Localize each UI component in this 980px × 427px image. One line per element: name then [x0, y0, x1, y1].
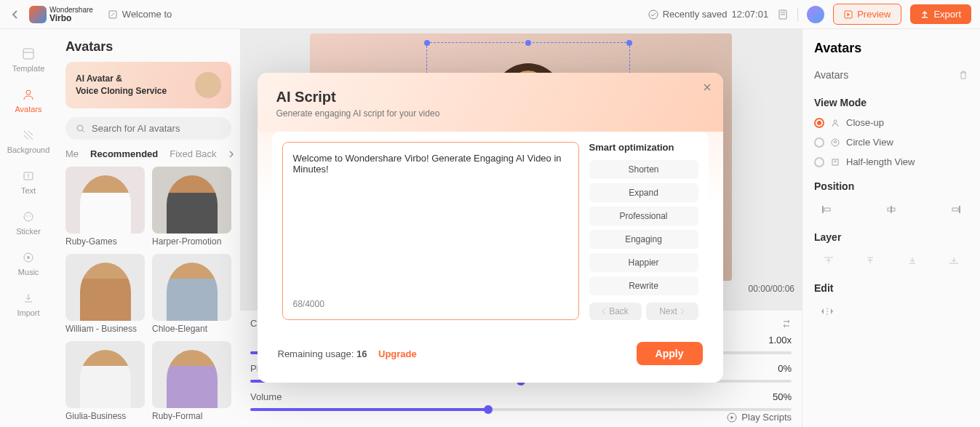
modal-subtitle: Generate engaging AI script for your vid…	[276, 108, 704, 119]
opt-shorten[interactable]: Shorten	[589, 160, 698, 179]
upgrade-link[interactable]: Upgrade	[378, 348, 417, 359]
opt-engaging[interactable]: Engaging	[589, 230, 698, 249]
back-button[interactable]: Back	[589, 303, 642, 320]
next-button[interactable]: Next	[646, 303, 698, 320]
char-count: 68/4000	[293, 299, 568, 309]
chevron-left-icon	[602, 308, 606, 315]
close-icon	[703, 83, 712, 92]
opt-title: Smart optimization	[589, 142, 698, 153]
optimization-panel: Smart optimization Shorten Expand Profes…	[589, 142, 698, 320]
apply-button[interactable]: Apply	[637, 342, 703, 365]
usage-info: Remaining usage: 16 Upgrade	[278, 348, 417, 359]
script-text: Welcome to Wondershare Virbo! Generate E…	[293, 153, 568, 293]
chevron-right-icon	[680, 308, 685, 315]
script-textarea[interactable]: Welcome to Wondershare Virbo! Generate E…	[282, 142, 579, 320]
modal-close-button[interactable]	[703, 83, 712, 92]
opt-expand[interactable]: Expand	[589, 183, 698, 202]
opt-rewrite[interactable]: Rewrite	[589, 276, 698, 295]
opt-happier[interactable]: Happier	[589, 253, 698, 272]
modal-title: AI Script	[276, 89, 704, 105]
ai-script-modal: AI Script Generate engaging AI script fo…	[258, 73, 723, 383]
modal-overlay: AI Script Generate engaging AI script fo…	[0, 0, 980, 427]
opt-professional[interactable]: Professional	[589, 207, 698, 226]
